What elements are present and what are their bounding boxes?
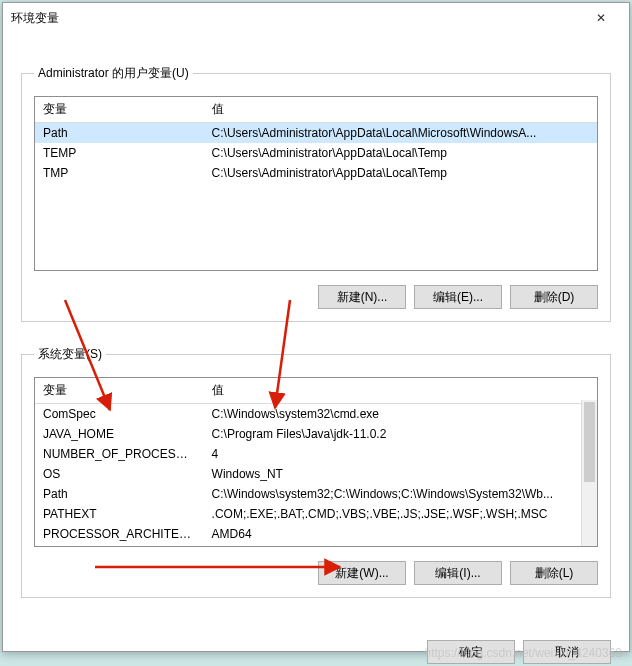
table-row[interactable]: PROCESSOR_ARCHITECT...AMD64	[35, 524, 597, 544]
system-scrollbar[interactable]	[581, 400, 597, 546]
val-cell: C:\Windows\system32\cmd.exe	[204, 404, 597, 425]
table-row[interactable]: PathC:\Users\Administrator\AppData\Local…	[35, 123, 597, 144]
system-vars-group: 系统变量(S) 变量 值 ComSpecC:\Windows\system32\…	[21, 346, 611, 598]
var-cell: ComSpec	[35, 404, 204, 425]
system-new-button[interactable]: 新建(W)...	[318, 561, 406, 585]
var-cell: NUMBER_OF_PROCESSORS	[35, 444, 204, 464]
var-cell: OS	[35, 464, 204, 484]
system-buttons: 新建(W)... 编辑(I)... 删除(L)	[34, 561, 598, 585]
val-cell: C:\Users\Administrator\AppData\Local\Tem…	[204, 143, 597, 163]
user-vars-legend: Administrator 的用户变量(U)	[34, 65, 193, 82]
val-cell: C:\Users\Administrator\AppData\Local\Tem…	[204, 163, 597, 183]
table-row[interactable]: OSWindows_NT	[35, 464, 597, 484]
user-vars-table[interactable]: 变量 值 PathC:\Users\Administrator\AppData\…	[35, 97, 597, 183]
table-row[interactable]: TEMPC:\Users\Administrator\AppData\Local…	[35, 143, 597, 163]
var-cell: TEMP	[35, 143, 204, 163]
var-cell: Path	[35, 484, 204, 504]
var-cell: TMP	[35, 163, 204, 183]
var-cell: JAVA_HOME	[35, 424, 204, 444]
sys-header-var[interactable]: 变量	[35, 378, 204, 404]
table-row[interactable]: ComSpecC:\Windows\system32\cmd.exe	[35, 404, 597, 425]
user-header-val[interactable]: 值	[204, 97, 597, 123]
user-edit-button[interactable]: 编辑(E)...	[414, 285, 502, 309]
close-icon[interactable]: ✕	[581, 11, 621, 25]
val-cell: C:\Windows\system32;C:\Windows;C:\Window…	[204, 484, 597, 504]
system-edit-button[interactable]: 编辑(I)...	[414, 561, 502, 585]
user-vars-table-wrap: 变量 值 PathC:\Users\Administrator\AppData\…	[34, 96, 598, 271]
val-cell: C:\Users\Administrator\AppData\Local\Mic…	[204, 123, 597, 144]
table-row[interactable]: JAVA_HOMEC:\Program Files\Java\jdk-11.0.…	[35, 424, 597, 444]
user-delete-button[interactable]: 删除(D)	[510, 285, 598, 309]
val-cell: Windows_NT	[204, 464, 597, 484]
scrollbar-thumb[interactable]	[584, 402, 595, 482]
window-title: 环境变量	[11, 10, 581, 27]
val-cell: .COM;.EXE;.BAT;.CMD;.VBS;.VBE;.JS;.JSE;.…	[204, 504, 597, 524]
var-cell: PROCESSOR_ARCHITECT...	[35, 524, 204, 544]
val-cell: 4	[204, 444, 597, 464]
cancel-button[interactable]: 取消	[523, 640, 611, 664]
system-delete-button[interactable]: 删除(L)	[510, 561, 598, 585]
user-new-button[interactable]: 新建(N)...	[318, 285, 406, 309]
dialog-footer: 确定 取消	[3, 626, 629, 664]
var-cell: Path	[35, 123, 204, 144]
system-vars-legend: 系统变量(S)	[34, 346, 106, 363]
table-row[interactable]: NUMBER_OF_PROCESSORS4	[35, 444, 597, 464]
user-header-var[interactable]: 变量	[35, 97, 204, 123]
val-cell: C:\Program Files\Java\jdk-11.0.2	[204, 424, 597, 444]
env-vars-dialog: 环境变量 ✕ Administrator 的用户变量(U) 变量 值 PathC…	[2, 2, 630, 652]
user-buttons: 新建(N)... 编辑(E)... 删除(D)	[34, 285, 598, 309]
system-vars-table-wrap: 变量 值 ComSpecC:\Windows\system32\cmd.exeJ…	[34, 377, 598, 547]
user-vars-group: Administrator 的用户变量(U) 变量 值 PathC:\Users…	[21, 65, 611, 322]
table-row[interactable]: PathC:\Windows\system32;C:\Windows;C:\Wi…	[35, 484, 597, 504]
table-row[interactable]: PATHEXT.COM;.EXE;.BAT;.CMD;.VBS;.VBE;.JS…	[35, 504, 597, 524]
dialog-content: Administrator 的用户变量(U) 变量 值 PathC:\Users…	[3, 33, 629, 626]
sys-header-val[interactable]: 值	[204, 378, 597, 404]
titlebar[interactable]: 环境变量 ✕	[3, 3, 629, 33]
ok-button[interactable]: 确定	[427, 640, 515, 664]
system-vars-table[interactable]: 变量 值 ComSpecC:\Windows\system32\cmd.exeJ…	[35, 378, 597, 544]
var-cell: PATHEXT	[35, 504, 204, 524]
val-cell: AMD64	[204, 524, 597, 544]
table-row[interactable]: TMPC:\Users\Administrator\AppData\Local\…	[35, 163, 597, 183]
